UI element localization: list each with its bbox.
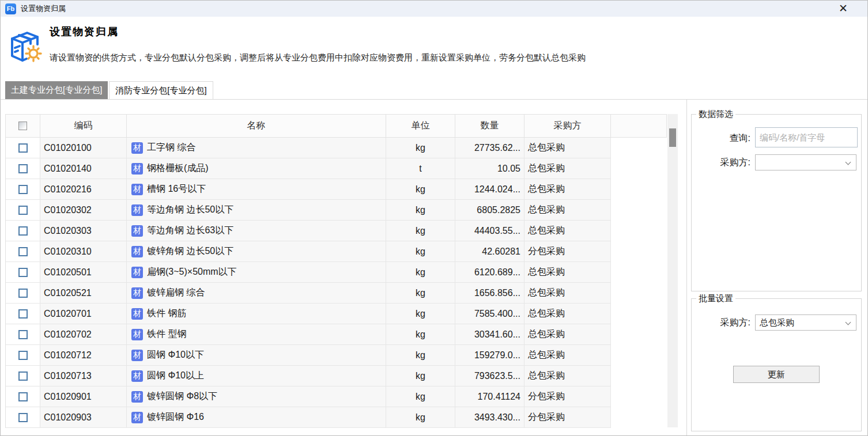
cell-qty: 793623.5... — [455, 366, 524, 386]
cell-unit: kg — [386, 407, 455, 428]
cell-buyer: 总包采购 — [524, 345, 611, 366]
table-row[interactable]: C01020713 材 圆钢 Φ10以上 kg 793623.5... 总包采购 — [6, 366, 667, 386]
cell-unit: kg — [386, 221, 455, 241]
cell-unit: kg — [386, 386, 455, 407]
table-scrollbar[interactable] — [667, 114, 678, 427]
column-header-buyer: 采购方 — [524, 115, 611, 138]
row-checkbox[interactable] — [18, 247, 28, 256]
cell-name: 材 镀锌角钢 边长50以下 — [127, 241, 386, 262]
cell-qty: 170.41124 — [455, 386, 524, 407]
cell-buyer: 总包采购 — [524, 200, 611, 221]
row-checkbox[interactable] — [18, 330, 28, 339]
table-row[interactable]: C01020302 材 等边角钢 边长50以下 kg 6805.2825 总包采… — [6, 200, 667, 221]
cell-code: C01020903 — [40, 407, 127, 428]
close-icon[interactable]: ✕ — [839, 1, 848, 17]
row-checkbox[interactable] — [18, 206, 28, 215]
material-name: 工字钢 综合 — [147, 142, 195, 154]
material-badge-icon: 材 — [131, 350, 143, 361]
material-name: 槽钢 16号以下 — [147, 183, 206, 195]
row-checkbox[interactable] — [18, 268, 28, 277]
table-row[interactable]: C01020501 材 扁钢(3~5)×50mm以下 kg 6120.689..… — [6, 262, 667, 283]
column-header-code: 编码 — [40, 115, 127, 138]
row-checkbox[interactable] — [18, 413, 28, 422]
cell-unit: kg — [386, 200, 455, 221]
cell-code: C01020701 — [40, 304, 127, 324]
cell-code: C01020310 — [40, 241, 127, 262]
cell-name: 材 镀锌扁钢 综合 — [127, 283, 386, 304]
dialog-header: 设置物资归属 请设置物资的供货方式，专业分包默认分包采购，调整后将从专业分包费用… — [1, 17, 867, 81]
row-checkbox[interactable] — [18, 392, 28, 401]
column-header-empty — [611, 115, 667, 138]
tab-fire-subcontract[interactable]: 消防专业分包[专业分包] — [109, 81, 213, 99]
table-row[interactable]: C01020903 材 镀锌圆钢 Φ16 kg 3493.430... 分包采购 — [6, 407, 667, 428]
material-badge-icon: 材 — [131, 204, 143, 216]
cell-buyer: 总包采购 — [524, 262, 611, 283]
cell-code: C01020901 — [40, 386, 127, 407]
row-checkbox-cell — [6, 283, 40, 304]
table-row[interactable]: C01020303 材 等边角钢 边长63以下 kg 44403.55... 总… — [6, 221, 667, 241]
row-checkbox-cell — [6, 221, 40, 241]
row-checkbox-cell — [6, 324, 40, 345]
row-checkbox-cell — [6, 304, 40, 324]
row-checkbox[interactable] — [18, 289, 28, 298]
cell-buyer: 总包采购 — [524, 324, 611, 345]
cell-buyer: 分包采购 — [524, 241, 611, 262]
select-all-checkbox[interactable] — [18, 122, 27, 130]
table-row[interactable]: C01020712 材 圆钢 Φ10以下 kg 159279.0... 总包采购 — [6, 345, 667, 366]
cell-buyer: 总包采购 — [524, 304, 611, 324]
cell-unit: kg — [386, 241, 455, 262]
cell-name: 材 等边角钢 边长50以下 — [127, 200, 386, 221]
row-checkbox-cell — [6, 407, 40, 428]
table-row[interactable]: C01020140 材 钢格栅板(成品) t 10.05 总包采购 — [6, 158, 667, 179]
cell-qty: 3493.430... — [455, 407, 524, 428]
table-row[interactable]: C01020702 材 铁件 型钢 kg 30341.60... 总包采购 — [6, 324, 667, 345]
table-row[interactable]: C01020216 材 槽钢 16号以下 kg 1244.024... 总包采购 — [6, 179, 667, 200]
tab-bar: 土建专业分包[专业分包] 消防专业分包[专业分包] — [5, 81, 213, 99]
row-checkbox[interactable] — [18, 351, 28, 360]
table-row[interactable]: C01020901 材 镀锌圆钢 Φ8以下 kg 170.41124 分包采购 — [6, 386, 667, 407]
cell-name: 材 工字钢 综合 — [127, 138, 386, 158]
row-checkbox[interactable] — [18, 185, 28, 194]
material-name: 铁件 型钢 — [147, 328, 186, 340]
cell-unit: kg — [386, 345, 455, 366]
panel-divider — [686, 99, 687, 435]
filter-buyer-label: 采购方: — [692, 157, 750, 169]
row-checkbox-cell — [6, 241, 40, 262]
material-name: 镀锌角钢 边长50以下 — [147, 245, 233, 257]
column-header-name: 名称 — [127, 115, 386, 138]
query-input[interactable] — [755, 127, 858, 147]
table-row[interactable]: C01020100 材 工字钢 综合 kg 27735.62... 总包采购 — [6, 138, 667, 158]
table-body: C01020100 材 工字钢 综合 kg 27735.62... 总包采购 C… — [6, 138, 667, 428]
row-checkbox[interactable] — [18, 226, 28, 236]
tab-civil-subcontract[interactable]: 土建专业分包[专业分包] — [5, 81, 108, 99]
batch-settings-group: 批量设置 采购方: 总包采购 更新 — [691, 298, 862, 431]
filter-buyer-select[interactable] — [755, 154, 856, 170]
material-name: 铁件 钢筋 — [147, 308, 186, 320]
row-checkbox[interactable] — [18, 143, 28, 153]
cell-buyer: 分包采购 — [524, 407, 611, 428]
row-checkbox[interactable] — [18, 164, 28, 173]
material-badge-icon: 材 — [131, 370, 143, 382]
column-header-qty: 数量 — [455, 115, 524, 138]
app-icon: Fb — [5, 3, 16, 14]
table-row[interactable]: C01020521 材 镀锌扁钢 综合 kg 1656.856... 总包采购 — [6, 283, 667, 304]
row-checkbox[interactable] — [18, 371, 28, 381]
select-all-cell — [6, 115, 40, 138]
cell-qty: 10.05 — [455, 158, 524, 179]
row-checkbox-cell — [6, 366, 40, 386]
update-button[interactable]: 更新 — [733, 366, 820, 383]
material-name: 镀锌扁钢 综合 — [147, 287, 205, 299]
batch-buyer-select[interactable]: 总包采购 — [755, 314, 856, 331]
row-checkbox-cell — [6, 345, 40, 366]
cell-unit: kg — [386, 262, 455, 283]
cell-name: 材 镀锌圆钢 Φ16 — [127, 407, 386, 428]
table-row[interactable]: C01020701 材 铁件 钢筋 kg 7585.400... 总包采购 — [6, 304, 667, 324]
scrollbar-thumb[interactable] — [669, 128, 676, 147]
cell-qty: 1656.856... — [455, 283, 524, 304]
cell-name: 材 铁件 钢筋 — [127, 304, 386, 324]
title-bar: Fb 设置物资归属 ✕ — [1, 1, 867, 17]
cell-code: C01020216 — [40, 179, 127, 200]
row-checkbox[interactable] — [18, 309, 28, 319]
table-row[interactable]: C01020310 材 镀锌角钢 边长50以下 kg 42.60281 分包采购 — [6, 241, 667, 262]
column-header-unit: 单位 — [386, 115, 455, 138]
